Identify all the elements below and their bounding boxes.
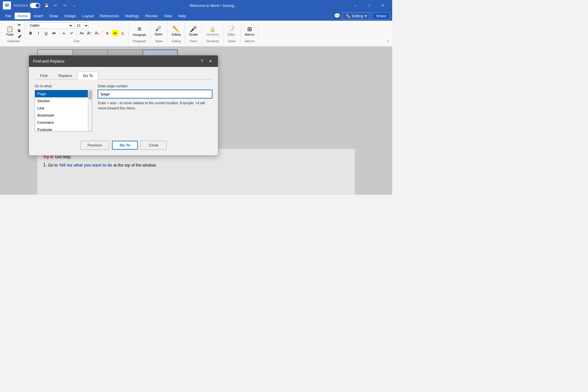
styles-button[interactable]: 🖊 Styles <box>153 24 164 37</box>
italic-button[interactable]: I <box>35 30 42 36</box>
text-color-button[interactable]: A <box>119 30 126 36</box>
paste-button[interactable]: 📋 Paste <box>5 24 16 37</box>
increase-font-button[interactable]: A↑ <box>86 30 93 36</box>
ribbon-collapse[interactable]: ⌄ <box>386 22 390 44</box>
change-case-button[interactable]: Aa <box>78 30 85 36</box>
menu-help[interactable]: Help <box>175 13 189 19</box>
menu-references[interactable]: References <box>97 13 122 19</box>
font-group: Calibri 11 B I U ab x₂ x² Aa A↑ <box>25 22 129 44</box>
format-painter-button[interactable]: 🖌 <box>17 34 22 39</box>
list-item-page[interactable]: Page <box>35 90 92 97</box>
paragraph-group: ≡ Paragraph Paragraph <box>129 22 151 44</box>
save-icon[interactable]: 💾 <box>42 1 51 9</box>
separator <box>59 30 59 36</box>
dialog-help-button[interactable]: ? <box>199 58 205 64</box>
autosave-area: AutoSave <box>13 3 40 8</box>
minimize-button[interactable]: ─ <box>349 0 362 11</box>
underline-button[interactable]: U <box>43 30 50 36</box>
autosave-toggle[interactable] <box>30 3 40 8</box>
strikethrough-button[interactable]: ab <box>51 30 57 36</box>
redo-icon[interactable]: ↪ <box>61 1 69 9</box>
copy-button[interactable]: ⧉ <box>17 28 22 33</box>
menu-draw[interactable]: Draw <box>47 13 61 19</box>
styles-label: Styles <box>153 40 165 43</box>
voice-label: Voice <box>187 40 200 43</box>
font-family-select[interactable]: Calibri <box>27 22 73 29</box>
menu-right-area: 💬 ✏️ Editing ▾ Share <box>334 12 390 20</box>
editing-ribbon-icon: ✏️ <box>173 26 180 32</box>
paste-icon: 📋 <box>6 26 13 32</box>
cut-button[interactable]: ✂ <box>17 22 22 28</box>
menu-file[interactable]: File <box>2 13 14 19</box>
dialog-footer: Previous Go To Close <box>29 136 218 155</box>
editor-button[interactable]: 📝 Editor <box>226 24 237 37</box>
sensitivity-label: Sensitivity <box>204 40 221 43</box>
customize-icon[interactable]: ⌄ <box>70 1 78 9</box>
menu-home[interactable]: Home <box>15 13 30 19</box>
copy-icon: ⧉ <box>18 29 20 33</box>
dialog-overlay: Find and Replace ? ✕ Find Replace Go To <box>0 47 392 195</box>
goto-list[interactable]: Page Section Line Bookmark Comment Footn… <box>35 90 92 132</box>
window-controls: ─ □ ✕ <box>349 0 389 11</box>
dialog-close-title-button[interactable]: ✕ <box>207 58 214 64</box>
menu-insert[interactable]: Insert <box>31 13 46 19</box>
styles-icon: 🖊 <box>156 26 161 32</box>
list-item-section[interactable]: Section <box>35 97 92 105</box>
font-color-button[interactable]: A <box>104 30 111 36</box>
find-replace-dialog: Find and Replace ? ✕ Find Replace Go To <box>29 55 218 156</box>
previous-button[interactable]: Previous <box>80 141 109 150</box>
tab-goto[interactable]: Go To <box>78 72 98 80</box>
font-size-select[interactable]: 11 <box>74 22 89 29</box>
list-item-footnote[interactable]: Footnote <box>35 126 92 132</box>
dictate-button[interactable]: 🎤 Dictate <box>187 24 200 37</box>
window-title: Welcome to Word • Saving... <box>80 3 346 8</box>
styles-group: 🖊 Styles Styles <box>150 22 168 44</box>
menu-layout[interactable]: Layout <box>80 13 96 19</box>
paste-label: Paste <box>6 33 14 36</box>
goto-button[interactable]: Go To <box>112 141 138 150</box>
list-scrollbar[interactable] <box>88 90 92 131</box>
dropdown-arrow: ▾ <box>365 14 367 18</box>
menu-review[interactable]: Review <box>142 13 160 19</box>
comment-icon[interactable]: 💬 <box>334 13 340 19</box>
decrease-font-button[interactable]: A↓ <box>94 30 101 36</box>
highlight-button[interactable]: ab <box>112 30 119 36</box>
list-item-bookmark[interactable]: Bookmark <box>35 112 92 119</box>
clipboard-group: 📋 Paste ✂ ⧉ 🖌 Clipboard <box>2 22 25 44</box>
sensitivity-button[interactable]: 🔒 Sensitivity <box>204 24 221 37</box>
subscript-button[interactable]: x₂ <box>61 30 67 36</box>
tab-find[interactable]: Find <box>35 72 53 80</box>
editing-button[interactable]: ✏️ Editing ▾ <box>342 12 371 20</box>
menu-view[interactable]: View <box>161 13 175 19</box>
main-content: Try it: Get help: 1. Go to Tell me what … <box>0 47 392 195</box>
restore-button[interactable]: □ <box>362 0 376 11</box>
cut-icon: ✂ <box>18 23 21 27</box>
dialog-tabs: Find Replace Go To <box>35 72 212 80</box>
undo-icon[interactable]: ↩ <box>52 1 60 9</box>
superscript-button[interactable]: x² <box>68 30 75 36</box>
editing-ribbon-button[interactable]: ✏️ Editing <box>170 24 182 37</box>
page-number-input[interactable] <box>98 90 212 98</box>
goto-right-panel: Enter page number: Enter + and – to move… <box>98 84 212 132</box>
addins-label: Add-ins <box>243 40 256 43</box>
voice-group: 🎤 Dictate Voice <box>185 22 202 44</box>
paragraph-label: Paragraph <box>131 40 148 43</box>
editor-icon: 📝 <box>228 26 235 32</box>
bold-button[interactable]: B <box>27 30 34 36</box>
title-bar: W AutoSave 💾 ↩ ↪ ⌄ Welcome to Word • Sav… <box>0 0 392 11</box>
list-item-line[interactable]: Line <box>35 105 92 112</box>
separator <box>77 30 77 36</box>
addins-button[interactable]: ⊞ Add-ins <box>243 24 256 37</box>
menu-design[interactable]: Design <box>62 13 79 19</box>
list-item-comment[interactable]: Comment <box>35 119 92 126</box>
paragraph-icon: ≡ <box>138 25 142 33</box>
paragraph-button[interactable]: ≡ Paragraph <box>131 24 148 38</box>
menu-mailings[interactable]: Mailings <box>123 13 142 19</box>
editing-label: Editing <box>170 40 182 43</box>
scrollbar-thumb <box>88 91 92 99</box>
close-button[interactable]: ✕ <box>376 0 389 11</box>
close-dialog-button[interactable]: Close <box>141 141 167 150</box>
font-label: Font <box>27 40 126 43</box>
tab-replace[interactable]: Replace <box>53 72 78 80</box>
share-button[interactable]: Share <box>372 12 390 20</box>
